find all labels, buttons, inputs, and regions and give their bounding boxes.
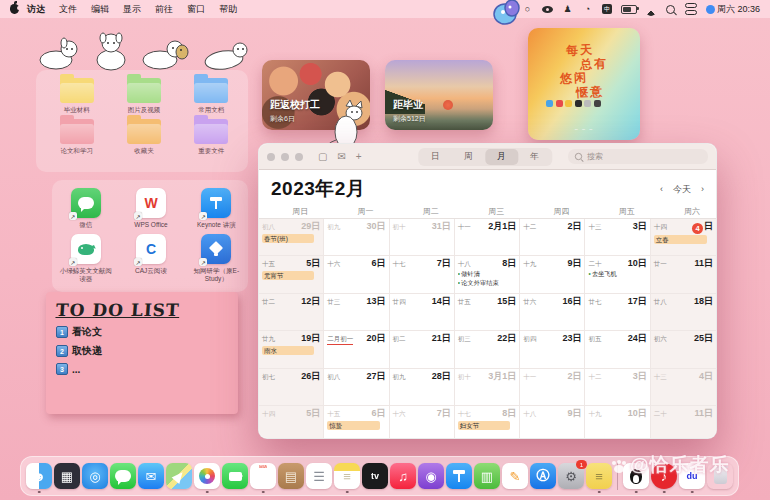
calendar-cell[interactable]: 廿八18日 [651, 294, 716, 331]
calendar-cell[interactable]: 十四5日 [259, 406, 324, 439]
eye-icon[interactable] [542, 4, 553, 15]
calendar-cell[interactable]: 十九9日 [520, 256, 585, 293]
dock-item-stickies[interactable]: ≡ [586, 463, 612, 489]
dock-item-mail[interactable]: ✉ [138, 463, 164, 489]
calendar-cell[interactable]: 初九28日 [390, 369, 455, 406]
calendar-cell[interactable]: 二十10日•去坐飞机 [585, 256, 650, 293]
calendar-cell[interactable]: 十五6日惊蛰 [324, 406, 389, 439]
blue-dot-icon[interactable] [706, 5, 715, 14]
calendar-cell[interactable]: 初十3月1日 [455, 369, 520, 406]
calendar-cell[interactable]: 廿六16日 [520, 294, 585, 331]
calendar-cell[interactable]: 初五24日 [585, 331, 650, 368]
view-tab-周[interactable]: 周 [452, 149, 485, 165]
desktop-app-green-whale-reader[interactable]: ↗小绿鲸英文文献阅读器 [58, 234, 113, 282]
calendar-cell[interactable]: 十七7日 [390, 256, 455, 293]
desktop-app-wps-office[interactable]: W↗WPS Office [123, 188, 178, 228]
close-button[interactable] [267, 153, 275, 161]
calendar-cell[interactable]: 十八9日 [520, 406, 585, 439]
wifi-icon[interactable] [646, 6, 656, 16]
menu-item-2[interactable]: 编辑 [91, 3, 109, 16]
menu-item-0[interactable]: 访达 [27, 3, 45, 16]
holiday-banner[interactable]: 元宵节 [262, 271, 314, 280]
battery-icon[interactable] [621, 5, 637, 14]
calendar-cell[interactable]: 十三3日 [585, 219, 650, 256]
calendar-cell[interactable]: 廿二12日 [259, 294, 324, 331]
holiday-banner[interactable]: 妇女节 [458, 421, 510, 430]
dock-item-safari[interactable]: ◎ [82, 463, 108, 489]
dock-item-launchpad[interactable]: ▦ [54, 463, 80, 489]
calendar-cell[interactable]: 廿九19日雨水 [259, 331, 324, 368]
calendar-cell[interactable]: 廿一11日 [651, 256, 716, 293]
calendar-cell[interactable]: 初三22日 [455, 331, 520, 368]
menu-bar-clock[interactable]: 周六 20:36 [717, 3, 760, 16]
calendar-cell[interactable]: 廿七17日 [585, 294, 650, 331]
calendar-cell[interactable]: 十六6日 [324, 256, 389, 293]
calendar-cell[interactable]: 十二2日 [520, 219, 585, 256]
calendar-cell[interactable]: 十四4日立春 [651, 219, 716, 256]
countdown-widget-graduation[interactable]: 距毕业 剩余512日 [385, 60, 493, 130]
qq-penguin-icon[interactable]: ♟ [562, 4, 573, 15]
desktop-app-cnki-estudy[interactable]: ↗知网研学（原E-Study） [189, 234, 244, 282]
calendar-cell[interactable]: 十六7日 [390, 406, 455, 439]
view-tab-年[interactable]: 年 [518, 149, 551, 165]
dock-item-calendar[interactable]: 4 [250, 463, 276, 489]
calendar-event[interactable]: •做针清 [458, 270, 516, 279]
calendar-cell[interactable]: 十八8日•做针清•论文外审结束 [455, 256, 520, 293]
apple-menu-icon[interactable] [10, 4, 19, 14]
dock-item-reminders[interactable]: ☰ [306, 463, 332, 489]
inbox-icon[interactable]: ✉ [337, 151, 345, 162]
desktop-folder-2[interactable]: 常用文档 [183, 78, 240, 113]
dock-item-notes[interactable]: ≡ [334, 463, 360, 489]
dock-item-pages[interactable]: ✎ [502, 463, 528, 489]
calendar-cell[interactable]: 廿四14日 [390, 294, 455, 331]
search-icon[interactable] [665, 4, 676, 15]
calendar-cell[interactable]: 二月初一20日 [324, 331, 389, 368]
zoom-button[interactable] [295, 153, 303, 161]
holiday-banner[interactable]: 惊蛰 [327, 421, 379, 430]
calendar-event[interactable]: •去坐飞机 [588, 270, 646, 279]
menu-item-1[interactable]: 文件 [59, 3, 77, 16]
view-tab-月[interactable]: 月 [485, 149, 518, 165]
holiday-banner[interactable]: 春节(班) [262, 234, 314, 243]
calendar-cell[interactable]: 初十31日 [390, 219, 455, 256]
calendar-cell[interactable]: 十一2日 [520, 369, 585, 406]
control-center-icon[interactable] [685, 3, 697, 16]
calendar-event[interactable]: •论文外审结束 [458, 279, 516, 288]
dock-item-photos[interactable] [194, 463, 220, 489]
calendar-cell[interactable]: 初四23日 [520, 331, 585, 368]
dock-item-system-settings[interactable]: ⚙1 [558, 463, 584, 489]
calendar-cell[interactable]: 二十11日 [651, 406, 716, 439]
dock-item-keynote[interactable] [446, 463, 472, 489]
menu-item-5[interactable]: 窗口 [187, 3, 205, 16]
clock-icon[interactable]: ◔ [582, 4, 593, 15]
desktop-folder-5[interactable]: 重要文件 [183, 119, 240, 154]
calendar-list-icon[interactable]: ▢ [318, 151, 327, 162]
dock-item-finder[interactable]: ☻ [26, 463, 52, 489]
calendar-cell[interactable]: 初九30日 [324, 219, 389, 256]
desktop-app-wechat[interactable]: ↗微信 [58, 188, 113, 228]
dock-item-numbers[interactable]: ▥ [474, 463, 500, 489]
calendar-cell[interactable]: 十二3日 [585, 369, 650, 406]
calendar-search-field[interactable]: 搜索 [568, 149, 708, 164]
view-tab-日[interactable]: 日 [419, 149, 452, 165]
calendar-cell[interactable]: 十五5日元宵节 [259, 256, 324, 293]
dock-item-apple-tv[interactable]: tv [362, 463, 388, 489]
calendar-cell[interactable]: 初八29日春节(班) [259, 219, 324, 256]
desktop-app-caj-cloud-reader[interactable]: C↗CAJ云阅读 [123, 234, 178, 282]
prev-month-button[interactable]: ‹ [660, 184, 663, 194]
calendar-cell[interactable]: 十九10日 [585, 406, 650, 439]
desktop-folder-4[interactable]: 收藏夹 [115, 119, 172, 154]
minimize-button[interactable] [281, 153, 289, 161]
calendar-cell[interactable]: 十七8日妇女节 [455, 406, 520, 439]
calendar-cell[interactable]: 初七26日 [259, 369, 324, 406]
next-month-button[interactable]: › [701, 184, 704, 194]
calendar-cell[interactable]: 十三4日 [651, 369, 716, 406]
desktop-folder-0[interactable]: 毕业材料 [48, 78, 105, 113]
dock-item-messages[interactable] [110, 463, 136, 489]
dock-item-podcasts[interactable]: ◉ [418, 463, 444, 489]
calendar-cell[interactable]: 初二21日 [390, 331, 455, 368]
dock-item-music[interactable]: ♫ [390, 463, 416, 489]
menu-item-6[interactable]: 帮助 [219, 3, 237, 16]
calendar-cell[interactable]: 十一2月1日 [455, 219, 520, 256]
dock-item-facetime[interactable] [222, 463, 248, 489]
